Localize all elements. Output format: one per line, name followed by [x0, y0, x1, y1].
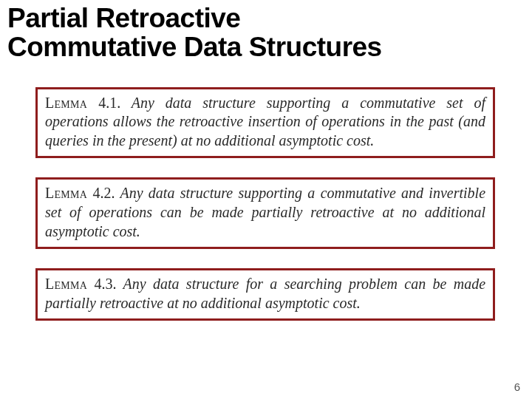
- lemma-label: Lemma: [45, 95, 87, 111]
- lemma-list: Lemma 4.1. Any data structure supporting…: [0, 87, 532, 321]
- title-line-2: Commutative Data Structures: [7, 32, 382, 62]
- lemma-box-2: Lemma 4.2. Any data structure supporting…: [35, 177, 495, 249]
- slide: Partial Retroactive Commutative Data Str…: [0, 0, 532, 399]
- lemma-number: 4.1.: [98, 95, 120, 111]
- lemma-number: 4.2.: [93, 185, 115, 201]
- lemma-box-1: Lemma 4.1. Any data structure supporting…: [35, 87, 495, 159]
- lemma-number: 4.3.: [95, 276, 117, 292]
- page-number: 6: [514, 381, 520, 393]
- slide-title: Partial Retroactive Commutative Data Str…: [0, 0, 532, 62]
- lemma-label: Lemma: [45, 276, 87, 292]
- lemma-label: Lemma: [45, 185, 87, 201]
- title-line-1: Partial Retroactive: [7, 3, 240, 33]
- lemma-box-3: Lemma 4.3. Any data structure for a sear…: [35, 268, 495, 321]
